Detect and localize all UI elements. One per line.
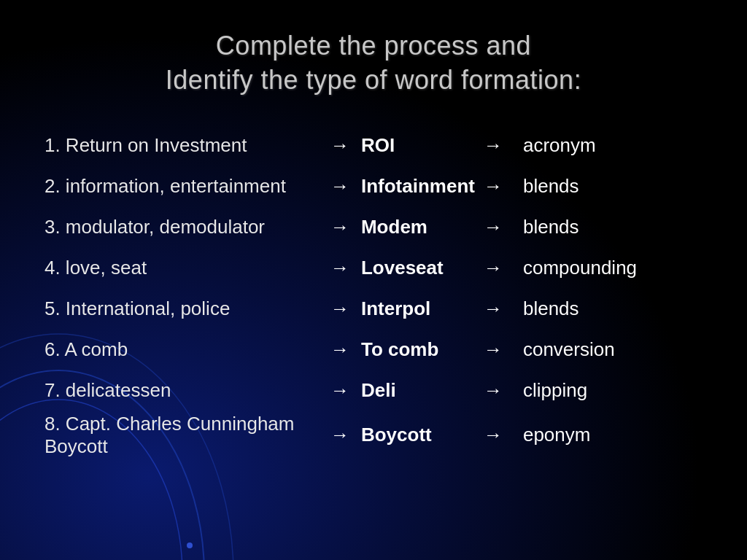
row-type-6: clipping (511, 379, 657, 402)
table-row: 2. information, entertainment → Infotain… (44, 168, 703, 206)
arrow1-3: → (322, 257, 358, 279)
row-input-0: 1. Return on Investment (44, 134, 322, 157)
row-type-5: conversion (511, 338, 657, 361)
row-result-0: ROI (358, 134, 475, 157)
arrow1-6: → (322, 379, 358, 402)
arrow2-3: → (475, 257, 511, 279)
row-result-5: To comb (358, 338, 475, 361)
row-result-7: Boycott (358, 424, 475, 446)
title-line2: Identify the type of word formation: (166, 63, 581, 98)
table-row: 1. Return on Investment → ROI → acronym (44, 127, 703, 165)
table-row: 3. modulator, demodulator → Modem → blen… (44, 209, 703, 246)
row-input-6: 7. delicatessen (44, 379, 322, 402)
slide-title: Complete the process and Identify the ty… (166, 29, 581, 98)
arrow1-1: → (322, 175, 358, 198)
row-result-4: Interpol (358, 298, 475, 320)
row-result-1: Infotainment (358, 175, 475, 198)
arrow2-4: → (475, 298, 511, 320)
table-row: 7. delicatessen → Deli → clipping (44, 372, 703, 410)
table-row: 6. A comb → To comb → conversion (44, 331, 703, 369)
arrow1-7: → (322, 424, 358, 446)
row-result-2: Modem (358, 216, 475, 238)
arrow1-5: → (322, 338, 358, 361)
row-type-3: compounding (511, 257, 657, 279)
row-input-5: 6. A comb (44, 338, 322, 361)
arrow1-2: → (322, 216, 358, 238)
main-content: Complete the process and Identify the ty… (0, 0, 747, 560)
arrow2-6: → (475, 379, 511, 402)
row-result-3: Loveseat (358, 257, 475, 279)
row-type-2: blends (511, 216, 657, 238)
title-line1: Complete the process and (166, 29, 581, 63)
row-type-4: blends (511, 298, 657, 320)
row-type-7: eponym (511, 424, 657, 446)
arrow2-0: → (475, 134, 511, 157)
row-result-6: Deli (358, 379, 475, 402)
table-row: 4. love, seat → Loveseat → compounding (44, 249, 703, 287)
row-input-3: 4. love, seat (44, 257, 322, 279)
row-input-7: 8. Capt. Charles Cunningham Boycott (44, 413, 322, 458)
arrow2-2: → (475, 216, 511, 238)
row-type-0: acronym (511, 134, 657, 157)
row-input-2: 3. modulator, demodulator (44, 216, 322, 238)
content-table: 1. Return on Investment → ROI → acronym … (30, 127, 717, 461)
arrow2-5: → (475, 338, 511, 361)
row-input-1: 2. information, entertainment (44, 175, 322, 198)
table-row: 5. International, police → Interpol → bl… (44, 290, 703, 328)
arrow2-7: → (475, 424, 511, 446)
arrow1-0: → (322, 134, 358, 157)
arrow1-4: → (322, 298, 358, 320)
table-row: 8. Capt. Charles Cunningham Boycott → Bo… (44, 413, 703, 458)
row-input-4: 5. International, police (44, 298, 322, 320)
row-type-1: blends (511, 175, 657, 198)
arrow2-1: → (475, 175, 511, 198)
